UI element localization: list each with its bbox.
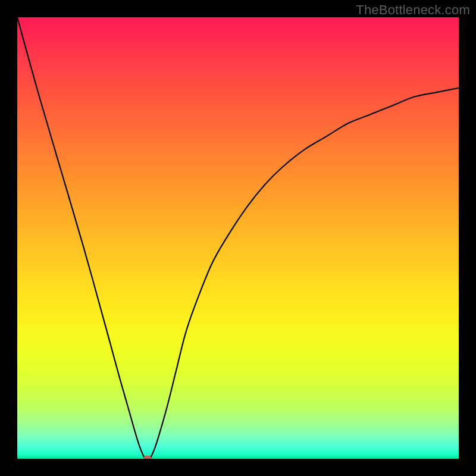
plot-area	[17, 17, 459, 459]
chart-frame: TheBottleneck.com	[0, 0, 476, 476]
minimum-marker	[143, 456, 152, 459]
bottleneck-curve	[17, 17, 459, 459]
watermark-text: TheBottleneck.com	[356, 2, 470, 18]
